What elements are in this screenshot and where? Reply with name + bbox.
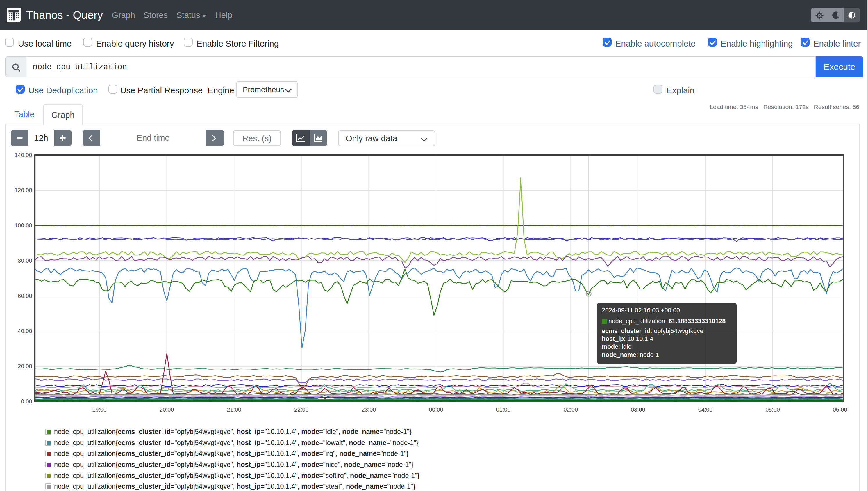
svg-text:21:00: 21:00 xyxy=(227,406,241,413)
svg-text:01:00: 01:00 xyxy=(496,406,511,413)
svg-text:06:00: 06:00 xyxy=(833,406,847,413)
svg-text:05:00: 05:00 xyxy=(765,406,780,413)
svg-text:40.00: 40.00 xyxy=(18,328,32,334)
svg-text:02:00: 02:00 xyxy=(563,406,578,413)
svg-text:120.00: 120.00 xyxy=(14,187,32,194)
svg-text:20:00: 20:00 xyxy=(160,406,174,413)
svg-text:100.00: 100.00 xyxy=(14,222,32,229)
svg-text:80.00: 80.00 xyxy=(18,257,32,264)
svg-text:00:00: 00:00 xyxy=(429,406,443,413)
svg-text:22:00: 22:00 xyxy=(294,406,309,413)
svg-text:140.00: 140.00 xyxy=(14,152,32,158)
svg-text:19:00: 19:00 xyxy=(92,406,107,413)
svg-text:60.00: 60.00 xyxy=(18,293,32,299)
svg-text:04:00: 04:00 xyxy=(698,406,713,413)
svg-text:23:00: 23:00 xyxy=(362,406,376,413)
svg-text:0.00: 0.00 xyxy=(21,398,32,405)
svg-text:03:00: 03:00 xyxy=(631,406,645,413)
svg-text:20.00: 20.00 xyxy=(18,363,32,369)
